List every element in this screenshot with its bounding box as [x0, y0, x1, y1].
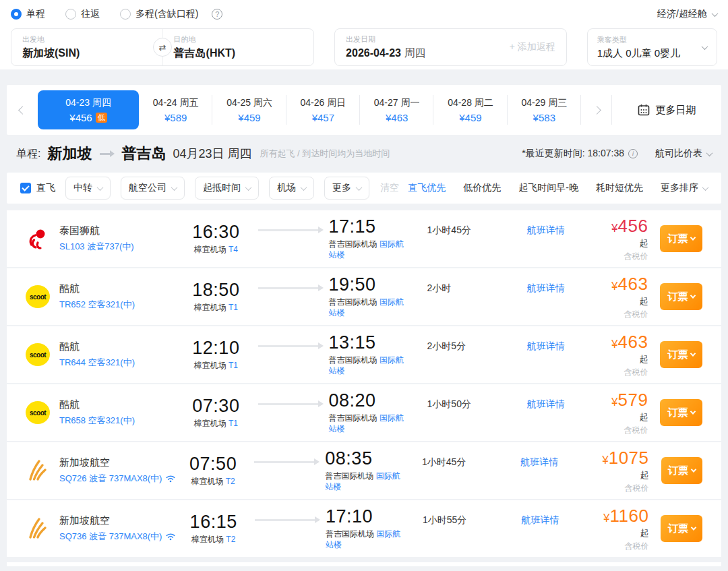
flight-details-link[interactable]: 航班详情: [527, 224, 604, 237]
trip-type-row: 单程 往返 多程(含缺口程) ? 经济/超经舱: [11, 8, 717, 20]
info-icon[interactable]: i: [628, 149, 638, 158]
filter-pill-label: 起抵时间: [203, 182, 241, 194]
flight-number: SQ726 波音 737MAX8(中): [59, 473, 179, 485]
arrival-airport: 普吉国际机场 国际航站楼: [326, 529, 406, 550]
book-button[interactable]: 订票: [660, 341, 702, 368]
wifi-icon: [166, 533, 175, 541]
destination-field[interactable]: 目的地 普吉岛(HKT): [163, 29, 314, 66]
arrival-time: 17:15: [329, 216, 415, 237]
passenger-selector-card[interactable]: 乘客类型 1成人 0儿童 0婴儿: [587, 28, 717, 66]
date-tab-date: 04-24 周五: [153, 97, 199, 109]
cabin-class-selector[interactable]: 经济/超经舱: [657, 8, 717, 20]
filter-pill-label: 中转: [73, 182, 92, 194]
airline-logo-icon: [26, 458, 50, 483]
price-value: 1075: [609, 448, 649, 468]
departure-airport: 樟宜机场 T1: [194, 419, 238, 429]
origin-destination-card: 出发地 新加坡(SIN) ⇄ 目的地 普吉岛(HKT): [11, 28, 314, 66]
flight-row: scoot 酷航 TR652 空客321(中) 18:50 樟宜机场 T1 19…: [7, 268, 721, 325]
flight-details-link[interactable]: 航班详情: [527, 398, 604, 411]
direct-flight-checkbox[interactable]: [20, 183, 31, 193]
date-tab[interactable]: 04-27 周一 ¥463: [360, 85, 433, 135]
airline-name: 酷航: [59, 398, 181, 411]
book-button[interactable]: 订票: [661, 457, 702, 484]
filter-pill[interactable]: 起抵时间: [195, 177, 259, 200]
sort-option-label: 起飞时间早-晚: [518, 182, 578, 194]
date-tab-date: 04-25 周六: [226, 97, 272, 109]
date-tab-date: 04-26 周日: [300, 97, 346, 109]
date-tab[interactable]: 04-28 周二 ¥459: [433, 85, 507, 135]
date-tab-price: ¥589: [164, 112, 187, 123]
departure-terminal: T1: [229, 361, 238, 370]
arrival-airport: 普吉国际机场 国际航站楼: [325, 471, 406, 492]
trip-type-oneway[interactable]: 单程: [11, 8, 45, 20]
departure-airport: 樟宜机场 T2: [191, 477, 235, 487]
trip-type-roundtrip[interactable]: 往返: [65, 8, 100, 20]
clear-filters-button[interactable]: 清空: [380, 182, 399, 194]
flight-row: 新加坡航空 SQ726 波音 737MAX8(中) 07:50 樟宜机场 T2 …: [7, 442, 721, 499]
direct-flight-label: 直飞: [36, 182, 55, 194]
date-tab[interactable]: 04-23 周四 ¥456低: [38, 90, 139, 129]
arrival-airport: 普吉国际机场 国际航站楼: [329, 239, 410, 260]
more-dates-button[interactable]: 更多日期: [612, 85, 721, 135]
filter-pill[interactable]: 更多: [324, 177, 369, 200]
filter-pill[interactable]: 中转: [65, 177, 111, 200]
price-suffix: 起: [639, 354, 648, 364]
flight-path-arrow-icon: [254, 461, 318, 463]
trip-type-multicity[interactable]: 多程(含缺口程): [120, 8, 198, 20]
filter-pill[interactable]: 航空公司: [121, 177, 185, 200]
airline-name: 酷航: [59, 340, 181, 353]
date-tab[interactable]: 04-25 周六 ¥459: [212, 85, 286, 135]
book-button[interactable]: 订票: [660, 399, 702, 426]
date-weekday: 周四: [404, 47, 425, 59]
date-tab-price: ¥457: [312, 112, 334, 123]
flight-row: scoot 酷航 TR658 空客321(中) 07:30 樟宜机场 T1 08…: [7, 384, 721, 441]
origin-value: 新加坡(SIN): [22, 47, 162, 61]
date-tabs: 04-23 周四 ¥456低 04-24 周五 ¥589 04-25 周六 ¥4…: [38, 85, 581, 135]
book-button[interactable]: 订票: [661, 515, 702, 542]
airline-price-compare-button[interactable]: 航司比价表: [655, 148, 712, 160]
departure-terminal: T1: [229, 303, 238, 312]
radio-icon: [120, 9, 131, 20]
swap-icon[interactable]: ⇄: [153, 38, 172, 57]
carousel-next-button[interactable]: [581, 85, 612, 135]
date-tab[interactable]: 04-26 周日 ¥457: [286, 85, 360, 135]
filter-pill-label: 更多: [332, 182, 351, 194]
departure-date-card[interactable]: 出发日期 2026-04-23 周四 + 添加返程: [334, 28, 567, 66]
book-button[interactable]: 订票: [660, 225, 702, 252]
origin-field[interactable]: 出发地 新加坡(SIN): [11, 29, 162, 66]
sort-option[interactable]: 耗时短优先: [596, 182, 643, 194]
chevron-down-icon: [356, 184, 363, 191]
price-value: 579: [618, 390, 648, 410]
sort-option-label: 低价优先: [463, 182, 501, 194]
book-button[interactable]: 订票: [660, 283, 702, 310]
flight-details-link[interactable]: 航班详情: [520, 456, 596, 469]
chevron-down-icon: [691, 467, 696, 472]
carousel-prev-button[interactable]: [7, 85, 38, 135]
summary-destination: 普吉岛: [121, 144, 166, 164]
airline-logo-icon: scoot: [26, 343, 50, 366]
flight-details-link[interactable]: 航班详情: [527, 340, 604, 353]
destination-label: 目的地: [174, 34, 314, 44]
flight-number: SL103 波音737(中): [59, 241, 181, 253]
filter-pill[interactable]: 机场: [269, 177, 314, 200]
sort-option[interactable]: 更多排序: [661, 182, 708, 194]
departure-time: 12:10: [181, 338, 251, 359]
flight-details-link[interactable]: 航班详情: [522, 514, 597, 527]
currency-symbol: ¥: [611, 396, 617, 409]
airline-logo-icon: scoot: [26, 401, 50, 424]
search-header: 单程 往返 多程(含缺口程) ? 经济/超经舱 出发地 新加坡(SIN) ⇄ 目…: [0, 0, 728, 69]
chevron-down-icon: [712, 10, 719, 17]
sort-option[interactable]: 低价优先: [463, 182, 501, 194]
flight-duration: 1小时50分: [427, 398, 499, 411]
flight-details-link[interactable]: 航班详情: [527, 282, 604, 295]
date-tab[interactable]: 04-29 周三 ¥583: [508, 85, 581, 135]
add-return-button[interactable]: + 添加返程: [510, 41, 555, 53]
help-icon[interactable]: ?: [212, 9, 222, 20]
date-tab-price: ¥459: [238, 112, 260, 123]
sort-option[interactable]: 直飞优先: [408, 182, 446, 194]
price-block: ¥456起 含税价: [604, 216, 648, 262]
price-value: 463: [618, 332, 648, 352]
sort-option[interactable]: 起飞时间早-晚: [518, 182, 578, 194]
flight-number: TR644 空客321(中): [59, 357, 181, 369]
date-tab[interactable]: 04-24 周五 ¥589: [139, 85, 212, 135]
